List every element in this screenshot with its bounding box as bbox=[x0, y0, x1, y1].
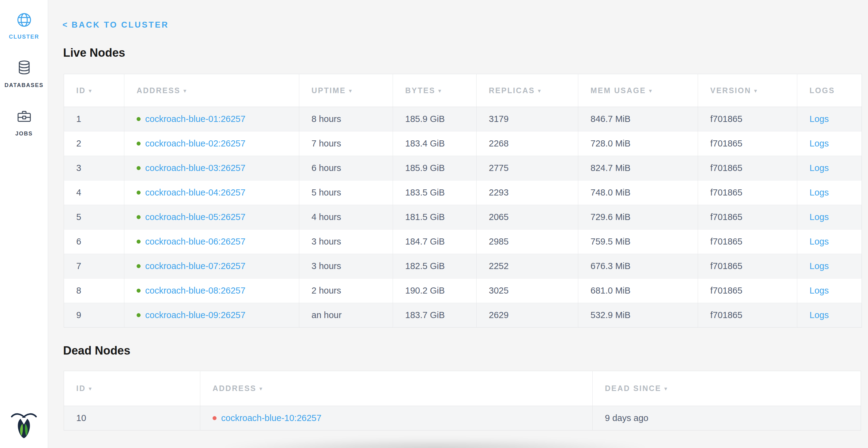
logs-link[interactable]: Logs bbox=[809, 237, 829, 246]
column-header-dead_since[interactable]: DEAD SINCE▾ bbox=[593, 371, 861, 406]
cell-version: f701865 bbox=[698, 131, 797, 156]
cell-version: f701865 bbox=[698, 278, 797, 303]
logs-link[interactable]: Logs bbox=[809, 212, 829, 222]
cell-address: cockroach-blue-10:26257 bbox=[200, 406, 593, 430]
sidebar-item-jobs[interactable]: JOBS bbox=[0, 109, 48, 137]
column-header-address[interactable]: ADDRESS▾ bbox=[124, 74, 299, 107]
healthy-status-dot-icon bbox=[136, 240, 141, 244]
cell-value: 2 hours bbox=[311, 286, 341, 295]
cell-mem_usage: 748.0 MiB bbox=[578, 180, 698, 205]
column-header-mem_usage[interactable]: MEM USAGE▾ bbox=[578, 74, 698, 107]
node-address-link[interactable]: cockroach-blue-07:26257 bbox=[145, 261, 245, 271]
cell-value: 1 bbox=[76, 114, 81, 124]
cell-value: f701865 bbox=[710, 286, 742, 295]
table-row: 9cockroach-blue-09:26257an hour183.7 GiB… bbox=[64, 303, 862, 328]
column-header-id[interactable]: ID▾ bbox=[64, 74, 124, 107]
cell-bytes: 190.2 GiB bbox=[393, 278, 476, 303]
logs-link[interactable]: Logs bbox=[809, 261, 829, 271]
cell-value: 532.9 MiB bbox=[590, 310, 631, 320]
back-to-cluster-link[interactable]: <BACK TO CLUSTER bbox=[62, 19, 169, 31]
logs-link[interactable]: Logs bbox=[809, 114, 829, 124]
live-nodes-table: ID▾ADDRESS▾UPTIME▾BYTES▾REPLICAS▾MEM USA… bbox=[64, 74, 862, 328]
cell-replicas: 2268 bbox=[476, 131, 578, 156]
node-address-link[interactable]: cockroach-blue-02:26257 bbox=[145, 139, 245, 148]
sort-arrow-icon: ▾ bbox=[259, 386, 262, 392]
column-header-uptime[interactable]: UPTIME▾ bbox=[299, 74, 393, 107]
cell-replicas: 2985 bbox=[476, 230, 578, 254]
column-header-bytes[interactable]: BYTES▾ bbox=[393, 74, 476, 107]
globe-icon bbox=[15, 11, 34, 31]
column-header-label: DEAD SINCE bbox=[605, 384, 661, 392]
cell-value: 846.7 MiB bbox=[590, 114, 631, 124]
sidebar-item-label: CLUSTER bbox=[9, 34, 39, 40]
node-address-link[interactable]: cockroach-blue-03:26257 bbox=[145, 163, 245, 173]
cell-bytes: 181.5 GiB bbox=[393, 205, 476, 230]
cell-value: an hour bbox=[311, 310, 341, 320]
cell-value: 2268 bbox=[489, 139, 509, 148]
cell-mem_usage: 681.0 MiB bbox=[578, 278, 698, 303]
cell-address: cockroach-blue-05:26257 bbox=[124, 205, 299, 230]
cell-bytes: 183.4 GiB bbox=[393, 131, 476, 156]
column-header-version[interactable]: VERSION▾ bbox=[698, 74, 797, 107]
column-header-replicas[interactable]: REPLICAS▾ bbox=[476, 74, 578, 107]
cell-logs: Logs bbox=[797, 156, 862, 180]
table-row: 6cockroach-blue-06:262573 hours184.7 GiB… bbox=[64, 230, 862, 254]
cell-value: 184.7 GiB bbox=[405, 237, 445, 246]
column-header-label: LOGS bbox=[809, 86, 835, 95]
node-address-link[interactable]: cockroach-blue-05:26257 bbox=[145, 212, 245, 222]
dead-nodes-table-header: ID▾ADDRESS▾DEAD SINCE▾ bbox=[64, 371, 861, 406]
column-header-label: MEM USAGE bbox=[590, 86, 646, 95]
node-address-link[interactable]: cockroach-blue-09:26257 bbox=[145, 310, 245, 320]
cell-value: 181.5 GiB bbox=[405, 212, 445, 222]
column-header-label: ID bbox=[76, 384, 86, 392]
cell-dead_since: 9 days ago bbox=[593, 406, 861, 430]
cell-id: 5 bbox=[64, 205, 124, 230]
cell-value: f701865 bbox=[710, 114, 742, 124]
cell-value: 3 hours bbox=[311, 261, 341, 271]
bottom-shadow bbox=[144, 435, 726, 448]
logs-link[interactable]: Logs bbox=[809, 139, 829, 148]
logs-link[interactable]: Logs bbox=[809, 310, 829, 320]
cell-uptime: 3 hours bbox=[299, 230, 393, 254]
logs-link[interactable]: Logs bbox=[809, 286, 829, 295]
cell-value: 190.2 GiB bbox=[405, 286, 445, 295]
column-header-label: BYTES bbox=[405, 86, 435, 95]
node-address-link[interactable]: cockroach-blue-08:26257 bbox=[145, 286, 245, 295]
cell-value: 182.5 GiB bbox=[405, 261, 445, 271]
cell-value: 759.5 MiB bbox=[590, 237, 631, 246]
sidebar-item-cluster[interactable]: CLUSTER bbox=[0, 11, 48, 40]
cell-value: 2065 bbox=[489, 212, 509, 222]
cell-value: f701865 bbox=[710, 237, 742, 246]
cell-version: f701865 bbox=[698, 107, 797, 131]
cell-value: 729.6 MiB bbox=[590, 212, 631, 222]
cell-address: cockroach-blue-01:26257 bbox=[124, 107, 299, 131]
cell-address: cockroach-blue-07:26257 bbox=[124, 254, 299, 278]
dead-nodes-table: ID▾ADDRESS▾DEAD SINCE▾ 10cockroach-blue-… bbox=[64, 371, 861, 430]
logs-link[interactable]: Logs bbox=[809, 187, 829, 197]
cell-value: 676.3 MiB bbox=[590, 261, 631, 271]
cell-replicas: 2252 bbox=[476, 254, 578, 278]
column-header-label: ADDRESS bbox=[136, 86, 180, 95]
logs-link[interactable]: Logs bbox=[809, 163, 829, 173]
sidebar-item-databases[interactable]: DATABASES bbox=[0, 60, 48, 89]
cell-address: cockroach-blue-04:26257 bbox=[124, 180, 299, 205]
column-header-id[interactable]: ID▾ bbox=[64, 371, 200, 406]
cell-value: 4 hours bbox=[311, 212, 341, 222]
node-address-link[interactable]: cockroach-blue-01:26257 bbox=[145, 114, 245, 124]
cell-logs: Logs bbox=[797, 278, 862, 303]
cell-version: f701865 bbox=[698, 156, 797, 180]
healthy-status-dot-icon bbox=[136, 264, 141, 268]
cell-value: 5 bbox=[76, 212, 81, 222]
cell-uptime: 8 hours bbox=[299, 107, 393, 131]
column-header-address[interactable]: ADDRESS▾ bbox=[200, 371, 593, 406]
cell-version: f701865 bbox=[698, 180, 797, 205]
node-address-link[interactable]: cockroach-blue-10:26257 bbox=[221, 413, 321, 423]
cell-bytes: 183.5 GiB bbox=[393, 180, 476, 205]
node-address-link[interactable]: cockroach-blue-04:26257 bbox=[145, 187, 245, 197]
cell-mem_usage: 759.5 MiB bbox=[578, 230, 698, 254]
cell-version: f701865 bbox=[698, 230, 797, 254]
cell-logs: Logs bbox=[797, 180, 862, 205]
node-address-link[interactable]: cockroach-blue-06:26257 bbox=[145, 237, 245, 246]
cell-value: 2293 bbox=[489, 187, 509, 197]
cell-replicas: 3025 bbox=[476, 278, 578, 303]
